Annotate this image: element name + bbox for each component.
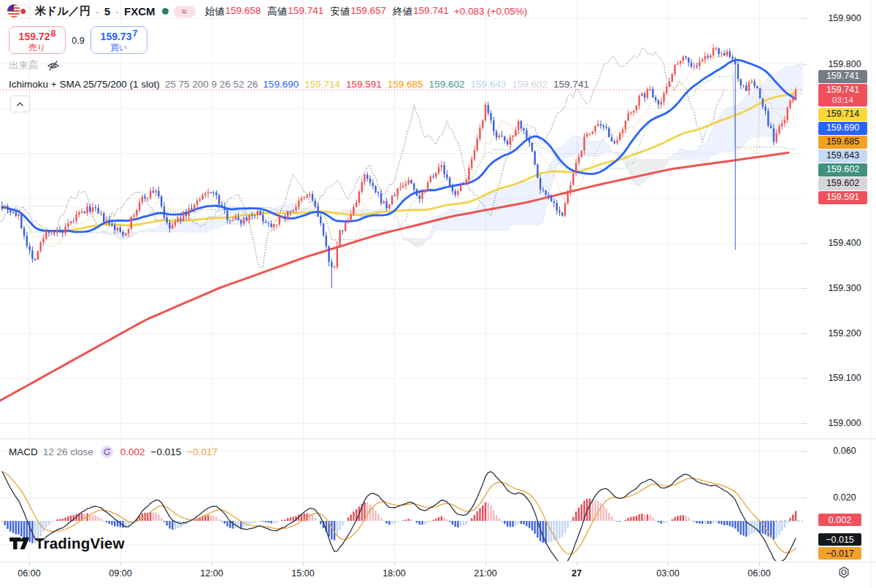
volume-label: 出来高 bbox=[9, 59, 39, 72]
ohlc-pair: 始値159.658 bbox=[205, 5, 261, 18]
sell-price-sup: 8 bbox=[50, 28, 55, 39]
price-badge: 159.690 bbox=[818, 122, 867, 135]
indicator-values: 159.690159.714159.591159.685159.602159.6… bbox=[263, 79, 589, 90]
macd-badge: −0.015 bbox=[818, 533, 861, 546]
price-badge: 159.741 bbox=[818, 70, 867, 83]
macd-study-row[interactable]: MACD 12 26 close 0.002−0.015−0.017 bbox=[9, 446, 218, 458]
axis-price-label: 159.100 bbox=[813, 373, 876, 383]
tradingview-logo-text: TradingView bbox=[35, 535, 125, 552]
indicator-name: MACD bbox=[9, 446, 38, 457]
axis-price-label: 159.300 bbox=[813, 283, 876, 293]
time-label: 06:00 bbox=[18, 568, 40, 579]
time-label: 15:00 bbox=[291, 568, 314, 579]
legend-value: −0.015 bbox=[151, 446, 182, 457]
separator: · bbox=[115, 5, 119, 18]
indicator-name: Ichimoku + SMA 25/75/200 (1 slot) bbox=[9, 79, 160, 90]
price-badge: 159.602 bbox=[818, 163, 867, 177]
indicator-values: 0.002−0.015−0.017 bbox=[120, 446, 218, 457]
time-label: 21:00 bbox=[474, 568, 496, 579]
axis-price-label: 0.060 bbox=[813, 446, 876, 456]
spread-value: 0.9 bbox=[66, 36, 91, 46]
ohlc-pair: 安値159.657 bbox=[330, 5, 386, 18]
price-badge: 159.74103:14 bbox=[818, 84, 867, 107]
legend-value: 159.685 bbox=[388, 79, 423, 90]
delayed-data-badge[interactable]: ≈ bbox=[174, 6, 196, 18]
tradingview-logo[interactable]: TradingView bbox=[9, 535, 125, 552]
buy-button[interactable]: 159.737 買い bbox=[91, 26, 147, 54]
indicator-params: 25 75 200 9 26 52 26 bbox=[165, 79, 258, 90]
eye-off-icon[interactable] bbox=[46, 58, 61, 73]
sell-label: 売り bbox=[28, 43, 45, 53]
price-badge: 159.714 bbox=[818, 108, 867, 121]
price-badge: 159.685 bbox=[818, 136, 867, 149]
buy-label: 買い bbox=[110, 43, 127, 53]
sell-price: 159.72 bbox=[19, 31, 50, 42]
time-label: 27 bbox=[572, 568, 582, 579]
ohlc-pair: 高値159.741 bbox=[267, 5, 323, 18]
symbol-flag-icon bbox=[7, 4, 30, 18]
legend-value: 159.602 bbox=[429, 79, 465, 90]
chevron-up-icon bbox=[16, 101, 24, 107]
macd-badge: 0.002 bbox=[818, 514, 861, 526]
ichimoku-study-row[interactable]: Ichimoku + SMA 25/75/200 (1 slot) 25 75 … bbox=[9, 79, 589, 90]
axis-price-label: 159.800 bbox=[813, 59, 876, 69]
axis-price-label: 0.020 bbox=[813, 492, 876, 503]
time-label: 09:00 bbox=[109, 568, 131, 579]
legend-value: 159.741 bbox=[553, 79, 589, 90]
price-badge: 159.602 bbox=[818, 177, 867, 190]
symbol-header[interactable]: 米ドル／円 · 5 · FXCM ≈ 始値159.658高値159.741安値1… bbox=[7, 4, 527, 18]
ohlc-pair: 終値159.741 bbox=[393, 5, 449, 18]
axis-price-label: 159.900 bbox=[813, 13, 876, 23]
buy-price-sup: 7 bbox=[132, 28, 137, 39]
macd-badge: −0.017 bbox=[818, 547, 861, 560]
legend-value: 0.002 bbox=[120, 446, 145, 457]
sell-button[interactable]: 159.728 売り bbox=[9, 26, 66, 54]
tradingview-mark-icon bbox=[9, 536, 30, 552]
axis-price-label: 159.400 bbox=[813, 238, 876, 248]
price-badge: 159.643 bbox=[818, 150, 867, 163]
time-label: 06:00 bbox=[748, 568, 770, 579]
legend-value: 159.714 bbox=[304, 79, 340, 90]
price-change: +0.083 (+0.05%) bbox=[454, 6, 528, 17]
refresh-circle-icon[interactable] bbox=[101, 446, 113, 458]
price-badge: 159.591 bbox=[818, 191, 867, 204]
indicator-params: 12 26 close bbox=[43, 446, 93, 457]
legend-value: −0.017 bbox=[187, 446, 218, 457]
volume-study-row[interactable]: 出来高 bbox=[9, 58, 61, 73]
axis-price-label: 159.200 bbox=[813, 328, 876, 339]
symbol-name[interactable]: 米ドル／円 bbox=[35, 4, 91, 18]
exchange-label[interactable]: FXCM bbox=[124, 5, 155, 18]
separator: · bbox=[96, 5, 99, 18]
legend-value: 159.602 bbox=[512, 79, 548, 90]
collapse-pane-button[interactable] bbox=[10, 96, 30, 112]
ohlc-values: 始値159.658高値159.741安値159.657終値159.741 bbox=[205, 5, 449, 18]
axis-settings-gear-icon[interactable] bbox=[837, 565, 851, 580]
legend-value: 159.643 bbox=[470, 79, 506, 90]
legend-value: 159.591 bbox=[346, 79, 382, 90]
market-status-dot-icon bbox=[162, 8, 169, 15]
time-label: 18:00 bbox=[383, 568, 405, 579]
legend-value: 159.690 bbox=[263, 79, 299, 90]
time-label: 12:00 bbox=[200, 568, 223, 579]
buy-price: 159.73 bbox=[101, 31, 132, 42]
interval-label[interactable]: 5 bbox=[104, 5, 110, 18]
axis-price-label: 159.000 bbox=[813, 418, 876, 428]
time-label: 03:00 bbox=[656, 568, 679, 579]
